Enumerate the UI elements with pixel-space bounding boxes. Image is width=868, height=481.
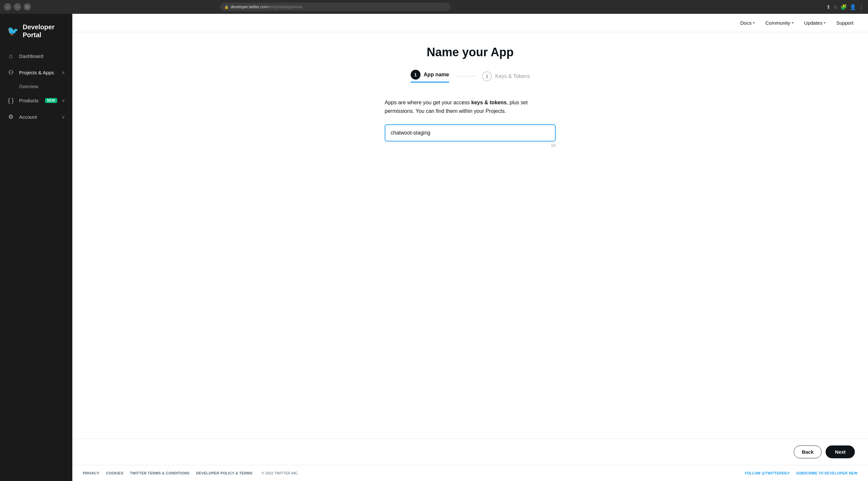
address-bar[interactable]: 🔒 developer.twitter.com/en/portal/apps/n… (220, 3, 451, 11)
menu-icon[interactable]: ⋮ (859, 4, 864, 10)
description: Apps are where you get your access keys … (385, 98, 556, 115)
input-wrapper (385, 124, 556, 142)
community-label: Community (766, 20, 790, 26)
browser-chrome: ← → ↻ 🔒 developer.twitter.com/en/portal/… (0, 0, 868, 14)
chevron-down-icon: ▾ (792, 21, 794, 25)
sidebar-item-label: Dashboard (19, 53, 65, 59)
lock-icon: 🔒 (224, 5, 229, 9)
app-layout: 🐦 Developer Portal ⌂ Dashboard ⚇ Project… (0, 14, 868, 481)
topnav-docs[interactable]: Docs ▾ (737, 18, 759, 28)
sidebar-item-label: Projects & Apps (19, 70, 57, 76)
sidebar: 🐦 Developer Portal ⌂ Dashboard ⚇ Project… (0, 14, 72, 481)
topnav-support[interactable]: Support (832, 18, 858, 28)
top-nav: Docs ▾ Community ▾ Updates ▾ Support (72, 14, 868, 32)
footer-subscribe: SUBSCRIBE TO DEVELOPER NEW (796, 471, 858, 475)
forward-button[interactable]: → (14, 3, 21, 10)
footer-privacy[interactable]: PRIVACY (83, 471, 99, 475)
extensions-icon[interactable]: 🧩 (840, 4, 847, 10)
back-button[interactable]: ← (4, 3, 11, 10)
browser-right-icons: ⬆ ☆ 🧩 👤 ⋮ (826, 4, 864, 10)
sidebar-item-label: Account (19, 114, 57, 120)
products-icon: { } (7, 97, 14, 104)
step-2-label: Keys & Tokens (495, 73, 530, 79)
step-2-number: 2 (482, 71, 492, 81)
step-1-label: App name (424, 72, 449, 78)
chevron-down-icon: ∨ (62, 115, 65, 119)
footer-subscribe-name[interactable]: DEVELOPER NEW (825, 471, 858, 475)
sidebar-item-products[interactable]: { } Products NEW ∨ (0, 92, 72, 109)
account-icon: ⚙ (7, 113, 14, 120)
support-label: Support (836, 20, 854, 26)
topnav-updates[interactable]: Updates ▾ (800, 18, 830, 28)
share-icon[interactable]: ⬆ (826, 4, 831, 10)
url-display: developer.twitter.com/en/portal/apps/new (231, 5, 302, 9)
projects-icon: ⚇ (7, 69, 14, 76)
sidebar-item-account[interactable]: ⚙ Account ∨ (0, 109, 72, 125)
profile-icon[interactable]: 👤 (849, 4, 856, 10)
chevron-up-icon: ∧ (62, 70, 65, 75)
updates-label: Updates (804, 20, 823, 26)
chevron-down-icon: ▾ (753, 21, 755, 25)
step-2[interactable]: 2 Keys & Tokens (482, 71, 530, 81)
sidebar-item-label: Products (19, 98, 40, 103)
main-content: Docs ▾ Community ▾ Updates ▾ Support Nam… (72, 14, 868, 481)
bookmark-icon[interactable]: ☆ (833, 4, 838, 10)
reload-button[interactable]: ↻ (24, 3, 31, 10)
sidebar-logo: 🐦 Developer Portal (0, 14, 72, 48)
next-button[interactable]: Next (826, 446, 855, 458)
sidebar-item-projects-apps[interactable]: ⚇ Projects & Apps ∧ (0, 64, 72, 81)
page-title: Name your App (427, 46, 514, 59)
logo-text: Developer Portal (23, 23, 65, 39)
step-divider (456, 76, 475, 76)
app-name-input[interactable] (385, 124, 556, 142)
topnav-community[interactable]: Community ▾ (762, 18, 798, 28)
footer-copyright: © 2022 TWITTER INC. (262, 471, 299, 475)
docs-label: Docs (740, 20, 752, 26)
back-button[interactable]: Back (794, 446, 822, 458)
footer-follow-handle[interactable]: @TWITTERDEV (762, 471, 790, 475)
new-badge: NEW (45, 98, 57, 103)
chevron-down-icon: ▾ (824, 21, 826, 25)
footer-developer-policy[interactable]: DEVELOPER POLICY & TERMS (196, 471, 252, 475)
footer-twitter-terms[interactable]: TWITTER TERMS & CONDITIONS (130, 471, 189, 475)
sidebar-item-overview[interactable]: Overview (0, 81, 72, 92)
step-1[interactable]: 1 App name (411, 70, 449, 83)
footer-cookies[interactable]: COOKIES (106, 471, 123, 475)
footer-actions: Back Next (72, 439, 868, 465)
dashboard-icon: ⌂ (7, 53, 14, 60)
twitter-logo: 🐦 (7, 26, 19, 36)
footer-follow: FOLLOW @TWITTERDEV (745, 471, 789, 475)
char-count: 16 (385, 143, 556, 148)
steps-container: 1 App name 2 Keys & Tokens (411, 70, 530, 83)
page-footer: PRIVACY COOKIES TWITTER TERMS & CONDITIO… (72, 465, 868, 481)
sidebar-item-dashboard[interactable]: ⌂ Dashboard (0, 48, 72, 64)
chevron-down-icon: ∨ (62, 98, 65, 103)
step-1-number: 1 (411, 70, 421, 80)
page-body: Name your App 1 App name 2 Keys & Tokens… (72, 32, 868, 439)
